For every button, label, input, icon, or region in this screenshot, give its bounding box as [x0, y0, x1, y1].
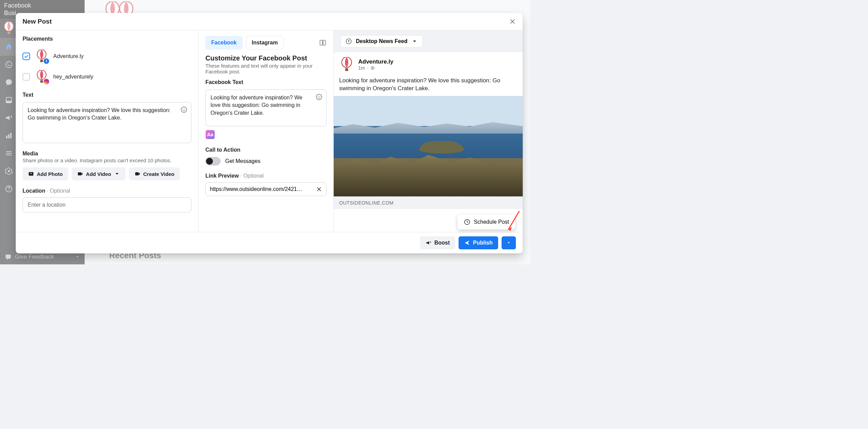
- post-text-input[interactable]: Looking for adventure inspiration? We lo…: [23, 102, 191, 143]
- post-text-value: Looking for adventure inspiration? We lo…: [28, 107, 171, 121]
- cta-row: Get Messages: [205, 157, 327, 165]
- media-buttons: + Add Photo Add Video Create Video: [23, 167, 191, 180]
- preview-column: f Desktop News Feed Adventure.ly 1m ·: [334, 30, 523, 232]
- send-icon: [464, 240, 470, 246]
- video-sparkle-icon: [134, 171, 141, 177]
- svg-text:+: +: [30, 172, 32, 175]
- placement-row-instagram[interactable]: hey_adventurely: [23, 67, 191, 87]
- cta-toggle-label: Get Messages: [225, 158, 260, 164]
- chevron-down-icon: [506, 240, 511, 245]
- checkbox-icon[interactable]: [23, 53, 30, 60]
- post-meta: 1m ·: [358, 65, 393, 71]
- svg-point-22: [185, 109, 185, 109]
- svg-point-31: [320, 96, 320, 97]
- cta-label: Call to Action: [205, 147, 327, 153]
- svg-rect-35: [345, 68, 348, 71]
- placement-name: hey_adventurely: [53, 74, 93, 80]
- emoji-icon[interactable]: [315, 93, 323, 101]
- tab-instagram[interactable]: Instagram: [246, 36, 284, 50]
- svg-rect-19: [40, 80, 43, 83]
- compose-column: Placements f Adventure.ly hey_adventurel…: [16, 30, 199, 232]
- globe-icon: [370, 66, 375, 70]
- media-hint: Share photos or a video. Instagram posts…: [23, 157, 191, 163]
- video-icon: [77, 171, 83, 177]
- add-photo-button[interactable]: + Add Photo: [23, 167, 68, 180]
- link-preview-label: Link Preview · Optional: [205, 173, 327, 179]
- boost-button[interactable]: Boost: [420, 236, 455, 249]
- emoji-icon[interactable]: [180, 106, 188, 113]
- svg-text:f: f: [348, 39, 349, 43]
- modal-footer: Schedule Post Boost Publish: [16, 232, 523, 253]
- fb-text-value: Looking for adventure inspiration? We lo…: [211, 95, 302, 116]
- text-label: Text: [23, 92, 191, 98]
- tabs-row: Facebook Instagram: [205, 36, 327, 50]
- svg-rect-28: [323, 40, 326, 45]
- link-url-display: https://www.outsideonline.com/2421…: [210, 186, 302, 192]
- create-video-button[interactable]: Create Video: [129, 167, 180, 180]
- modal-body: Placements f Adventure.ly hey_adventurel…: [16, 30, 523, 232]
- get-messages-toggle[interactable]: [205, 157, 220, 165]
- post-preview-card: Adventure.ly 1m · Looking for adventure …: [334, 52, 523, 232]
- modal-title: New Post: [23, 18, 52, 25]
- svg-point-21: [183, 109, 183, 109]
- schedule-post-popover[interactable]: Schedule Post: [458, 214, 515, 230]
- post-preview-text: Looking for adventure inspiration? We lo…: [334, 77, 523, 96]
- facebook-circle-icon: f: [346, 38, 352, 44]
- new-post-modal: New Post Placements f Adventure.ly: [16, 13, 523, 253]
- account-avatar: [35, 70, 48, 84]
- placements-label: Placements: [23, 36, 191, 42]
- fb-text-label: Facebook Text: [205, 79, 327, 85]
- text-background-button[interactable]: Aa: [205, 130, 215, 139]
- preview-controls: f Desktop News Feed: [334, 30, 523, 52]
- compare-layout-icon[interactable]: [319, 39, 327, 46]
- post-preview-image: [334, 96, 523, 196]
- link-domain-text: OUTSIDEONLINE.COM: [334, 196, 523, 209]
- customize-heading: Customize Your Facebook Post: [205, 54, 327, 62]
- post-avatar: [339, 57, 354, 72]
- publish-button[interactable]: Publish: [459, 236, 498, 249]
- publish-dropdown-button[interactable]: [502, 236, 516, 249]
- modal-header: New Post: [16, 13, 523, 30]
- feed-selector[interactable]: f Desktop News Feed: [341, 35, 423, 47]
- link-preview-input[interactable]: https://www.outsideonline.com/2421…: [205, 182, 327, 196]
- account-avatar: f: [35, 50, 48, 63]
- media-label: Media: [23, 151, 191, 157]
- svg-rect-17: [40, 60, 43, 62]
- customize-hint: These features and text will only appear…: [205, 63, 327, 74]
- svg-rect-25: [78, 172, 82, 176]
- photo-plus-icon: +: [28, 171, 34, 177]
- post-header: Adventure.ly 1m ·: [334, 52, 523, 77]
- clear-link-icon[interactable]: [316, 186, 322, 192]
- add-video-button[interactable]: Add Video: [72, 167, 126, 180]
- svg-point-29: [316, 94, 322, 100]
- svg-point-20: [181, 107, 187, 113]
- post-page-name: Adventure.ly: [358, 58, 393, 65]
- customize-column: Facebook Instagram Customize Your Facebo…: [199, 30, 334, 232]
- megaphone-icon: [425, 240, 432, 246]
- location-input[interactable]: Enter a location: [23, 197, 191, 212]
- chevron-down-icon: [411, 38, 418, 44]
- location-label: Location · Optional: [23, 188, 191, 194]
- checkbox-icon[interactable]: [23, 73, 30, 81]
- chevron-down-icon: [114, 171, 120, 177]
- clock-icon: [464, 219, 471, 225]
- facebook-text-input[interactable]: Looking for adventure inspiration? We lo…: [205, 89, 327, 126]
- close-button[interactable]: [509, 18, 516, 25]
- svg-point-30: [318, 96, 318, 97]
- svg-rect-26: [135, 172, 139, 176]
- placement-row-facebook[interactable]: f Adventure.ly: [23, 46, 191, 67]
- instagram-badge-icon: [44, 79, 49, 84]
- svg-rect-27: [320, 40, 322, 45]
- facebook-badge-icon: f: [44, 58, 49, 64]
- placement-name: Adventure.ly: [53, 53, 84, 59]
- tab-facebook[interactable]: Facebook: [205, 36, 243, 50]
